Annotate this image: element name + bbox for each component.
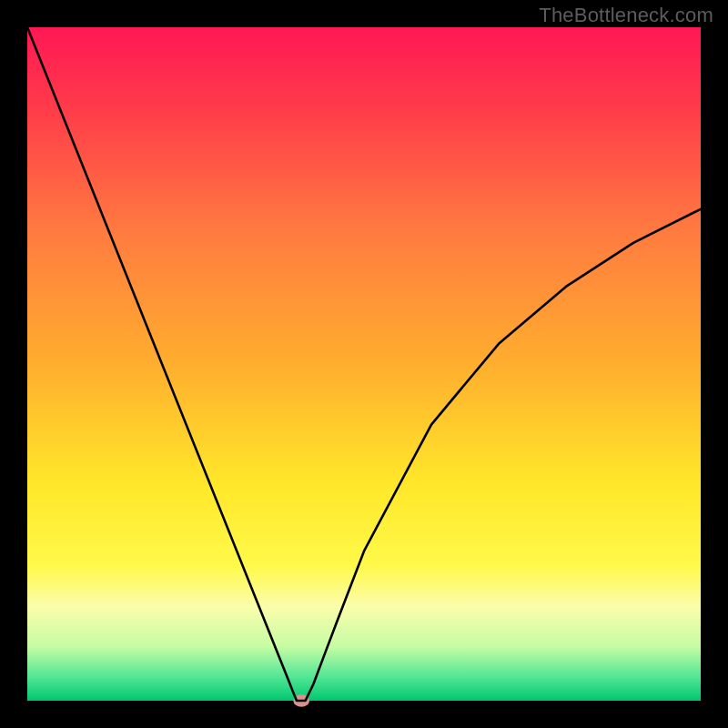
- bottleneck-chart: [0, 0, 728, 728]
- plot-background: [27, 27, 701, 701]
- chart-container: TheBottleneck.com: [0, 0, 728, 728]
